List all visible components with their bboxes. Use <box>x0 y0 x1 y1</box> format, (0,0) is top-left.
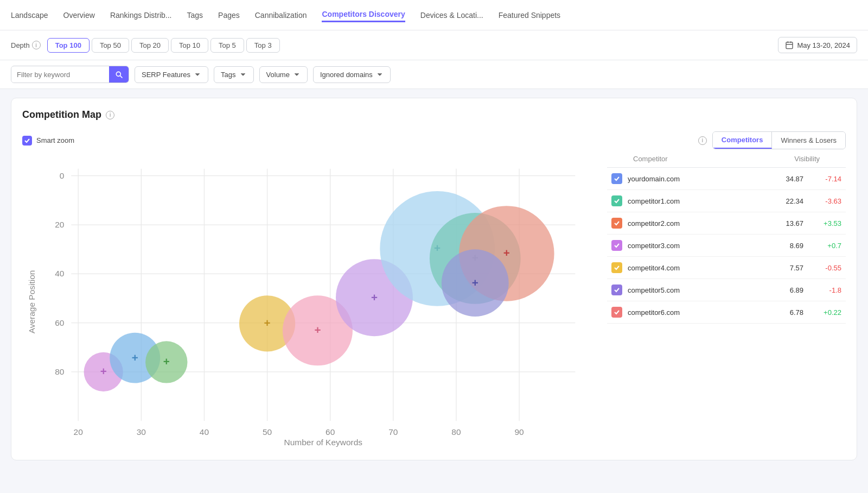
svg-text:90: 90 <box>514 427 524 437</box>
volume-dropdown[interactable]: Volume <box>259 66 308 83</box>
scatter-chart: Average Position Number of Keywords <box>22 155 596 449</box>
depth-top10[interactable]: Top 10 <box>171 38 208 53</box>
checkmark-icon <box>614 309 620 315</box>
visibility-col-header: Visibility <box>794 155 820 163</box>
ignored-domains-dropdown[interactable]: Ignored domains <box>313 66 391 83</box>
card-title: Competition Map <box>22 109 101 121</box>
row-domain: competitor5.com <box>628 286 771 294</box>
row-checkbox[interactable] <box>611 285 622 295</box>
row-change: +0.22 <box>809 308 841 317</box>
nav-pages[interactable]: Pages <box>218 9 240 22</box>
nav-tags[interactable]: Tags <box>187 9 203 22</box>
table-row: competitor5.com 6.89 -1.8 <box>607 279 846 301</box>
tags-dropdown[interactable]: Tags <box>214 66 253 83</box>
serp-features-dropdown[interactable]: SERP Features <box>135 66 208 83</box>
row-change: -7.14 <box>809 175 841 183</box>
smart-zoom-checkbox[interactable] <box>22 136 32 146</box>
keyword-filter-input[interactable] <box>11 67 109 83</box>
svg-text:+: + <box>371 291 378 304</box>
toolbar: Depth i Top 100 Top 50 Top 20 Top 10 Top… <box>0 30 868 60</box>
depth-buttons: Top 100 Top 50 Top 20 Top 10 Top 5 Top 3 <box>47 38 280 53</box>
svg-text:80: 80 <box>55 367 64 376</box>
calendar-icon <box>785 41 794 49</box>
search-button[interactable] <box>109 66 129 83</box>
row-domain: competitor2.com <box>628 219 771 227</box>
nav-landscape[interactable]: Landscape <box>11 9 48 22</box>
row-checkbox[interactable] <box>611 173 622 184</box>
svg-text:20: 20 <box>55 220 64 229</box>
table-row: competitor2.com 13.67 +3.53 <box>607 212 846 235</box>
row-visibility: 7.57 <box>776 264 803 272</box>
card-info-icon: i <box>106 111 114 119</box>
main-content: Competition Map i Smart zoom i Competito… <box>0 89 868 469</box>
table-row: competitor4.com 7.57 -0.55 <box>607 257 846 279</box>
svg-text:50: 50 <box>263 427 272 437</box>
depth-info-icon: i <box>32 41 41 49</box>
top-navigation: Landscape Overview Rankings Distrib... T… <box>0 0 868 30</box>
competitors-table: Competitor Visibility yourdomain.com 34.… <box>607 155 846 449</box>
row-visibility: 34.87 <box>776 175 803 183</box>
chevron-down-icon <box>376 71 384 78</box>
checkmark-icon <box>614 242 620 249</box>
row-visibility: 6.89 <box>776 286 803 294</box>
chevron-down-icon <box>194 71 201 78</box>
depth-top3[interactable]: Top 3 <box>246 38 280 53</box>
row-checkbox[interactable] <box>611 218 622 229</box>
nav-competitors-discovery[interactable]: Competitors Discovery <box>322 8 405 22</box>
depth-top100[interactable]: Top 100 <box>47 38 90 53</box>
row-checkbox[interactable] <box>611 240 622 251</box>
competitors-tab[interactable]: Competitors <box>713 132 773 149</box>
row-checkbox[interactable] <box>611 262 622 273</box>
row-change: +3.53 <box>809 219 841 227</box>
svg-text:+: + <box>163 355 170 368</box>
depth-top50[interactable]: Top 50 <box>92 38 129 53</box>
row-domain: competitor3.com <box>628 242 771 250</box>
checkmark-icon <box>614 264 620 271</box>
chart-table-layout: Average Position Number of Keywords <box>22 155 846 449</box>
row-visibility: 6.78 <box>776 308 803 317</box>
svg-text:40: 40 <box>55 269 64 278</box>
view-tab-group: Competitors Winners & Losers <box>712 131 846 149</box>
checkmark-icon <box>614 287 620 293</box>
row-change: -3.63 <box>809 197 841 205</box>
row-checkbox[interactable] <box>611 307 622 318</box>
row-domain: competitor4.com <box>628 264 771 272</box>
svg-text:Number of Keywords: Number of Keywords <box>284 438 363 447</box>
svg-text:40: 40 <box>200 427 209 437</box>
nav-rankings[interactable]: Rankings Distrib... <box>110 9 172 22</box>
nav-cannibalization[interactable]: Cannibalization <box>255 9 307 22</box>
row-checkbox[interactable] <box>611 195 622 206</box>
card-header: Competition Map i <box>22 109 846 121</box>
search-icon <box>114 70 123 79</box>
competition-map-card: Competition Map i Smart zoom i Competito… <box>11 98 857 460</box>
competitor-col-header: Competitor <box>633 155 668 163</box>
nav-featured-snippets[interactable]: Featured Snippets <box>499 9 560 22</box>
svg-text:60: 60 <box>55 318 64 327</box>
row-domain: competitor1.com <box>628 197 771 205</box>
table-row: competitor1.com 22.34 -3.63 <box>607 190 846 212</box>
checkmark-icon <box>614 175 620 182</box>
svg-text:20: 20 <box>74 427 83 437</box>
depth-label: Depth i <box>11 41 41 49</box>
tab-info-icon: i <box>698 136 707 145</box>
keyword-filter-wrap <box>11 66 129 83</box>
table-row: competitor3.com 8.69 +0.7 <box>607 235 846 257</box>
depth-top5[interactable]: Top 5 <box>210 38 244 53</box>
filter-bar: SERP Features Tags Volume Ignored domain… <box>0 60 868 89</box>
table-header: Competitor Visibility <box>607 155 846 168</box>
svg-text:+: + <box>264 317 271 329</box>
svg-text:+: + <box>472 276 478 289</box>
svg-text:+: + <box>314 324 321 336</box>
winners-losers-tab[interactable]: Winners & Losers <box>772 132 845 149</box>
nav-devices[interactable]: Devices & Locati... <box>420 9 483 22</box>
checkmark-icon <box>24 137 30 144</box>
depth-top20[interactable]: Top 20 <box>131 38 169 53</box>
svg-text:60: 60 <box>326 427 335 437</box>
chevron-down-icon <box>293 71 301 78</box>
svg-text:+: + <box>503 246 510 259</box>
date-picker[interactable]: May 13-20, 2024 <box>778 37 857 53</box>
row-domain: yourdomain.com <box>628 175 771 183</box>
nav-overview[interactable]: Overview <box>63 9 95 22</box>
svg-text:+: + <box>100 365 107 377</box>
svg-text:Average Position: Average Position <box>27 270 36 334</box>
